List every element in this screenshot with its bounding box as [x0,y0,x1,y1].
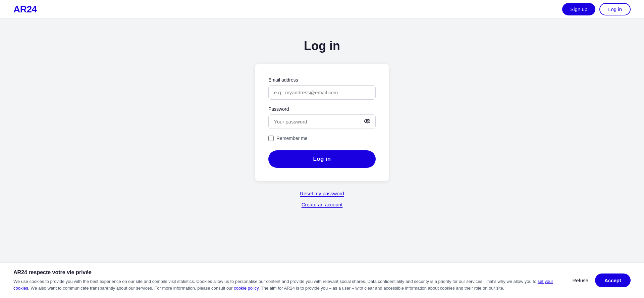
header: AR24 Sign up Log in [0,0,644,19]
accept-button[interactable]: Accept [595,274,631,287]
login-header-button[interactable]: Log in [599,3,631,15]
refuse-button[interactable]: Refuse [572,278,588,283]
cookie-body: We use cookies to provide you with the b… [13,278,559,291]
cookie-body-part2: . We also want to communicate transparen… [28,286,234,291]
password-input-wrapper [268,114,376,129]
svg-point-1 [366,120,368,122]
password-label: Password [268,106,376,112]
cookie-title: AR24 respecte votre vie privée [13,269,559,276]
remember-me-checkbox[interactable] [268,136,274,141]
email-label: Email address [268,77,376,83]
below-card-links: Reset my password Create an account [300,191,344,207]
header-buttons: Sign up Log in [562,3,631,15]
logo: AR24 [13,4,37,15]
cookie-text-block: AR24 respecte votre vie privée We use co… [13,269,559,291]
remember-me-group: Remember me [268,136,376,141]
cookie-actions: Refuse Accept [572,274,631,287]
remember-me-label: Remember me [276,136,308,141]
cookie-body-part1: We use cookies to provide you with the b… [13,279,538,284]
email-input[interactable] [268,85,376,100]
signup-button[interactable]: Sign up [562,3,595,15]
cookie-body-part3: . The aim for AR24 is to provide you – a… [259,286,504,291]
page-title: Log in [304,39,340,53]
login-card: Email address Password Remember me Log [255,64,389,181]
cookie-banner: AR24 respecte votre vie privée We use co… [0,262,644,298]
main-content: Log in Email address Password Rem [0,19,644,228]
password-group: Password [268,106,376,129]
cookie-policy-link[interactable]: cookie policy [234,286,258,291]
password-input[interactable] [268,114,376,129]
create-account-link[interactable]: Create an account [302,202,343,207]
reset-password-link[interactable]: Reset my password [300,191,344,196]
email-group: Email address [268,77,376,100]
login-submit-button[interactable]: Log in [268,150,376,168]
svg-point-0 [365,119,370,123]
toggle-password-icon[interactable] [364,117,371,126]
